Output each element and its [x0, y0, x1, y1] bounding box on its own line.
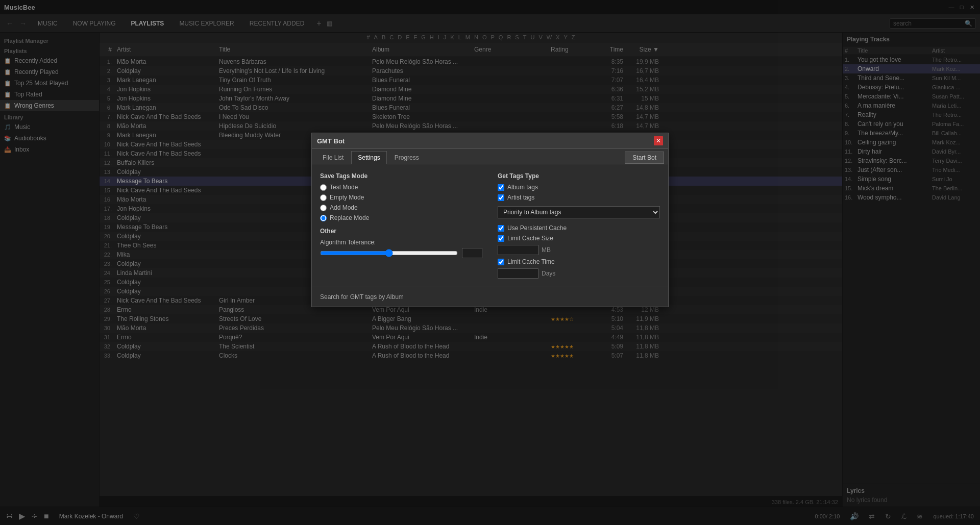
- limit-size-item: Limit Cache Size: [498, 235, 660, 242]
- artist-tags-label: Artist tags: [507, 194, 534, 201]
- limit-cache-time-label: Limit Cache Time: [507, 258, 555, 265]
- save-mode-radio-replace[interactable]: [320, 215, 327, 221]
- save-mode-label-replace: Replace Mode: [330, 214, 369, 221]
- cache-size-input[interactable]: 250: [498, 245, 538, 255]
- other-label: Other: [320, 228, 482, 235]
- dialog-tabs-left: File ListSettingsProgress: [316, 151, 426, 164]
- save-tags-label: Save Tags Mode: [320, 172, 482, 180]
- save-mode-radio-test[interactable]: [320, 184, 327, 191]
- cache-time-unit: Days: [542, 270, 555, 277]
- save-mode-test: Test Mode: [320, 184, 482, 191]
- dialog-close-button[interactable]: ✕: [654, 136, 663, 145]
- dialog-tab-settings[interactable]: Settings: [351, 151, 386, 164]
- algo-slider[interactable]: [320, 249, 458, 257]
- limit-cache-size-checkbox[interactable]: [498, 235, 504, 242]
- dialog-tab-progress[interactable]: Progress: [388, 151, 426, 164]
- save-mode-options: Test Mode Empty Mode Add Mode Replace Mo…: [320, 184, 482, 221]
- priority-dropdown[interactable]: Priority to Album tags Priority to Artis…: [498, 206, 660, 218]
- start-bot-button[interactable]: Start Bot: [625, 152, 664, 164]
- gmt-bot-dialog: GMT Bot ✕ File ListSettingsProgress Star…: [311, 133, 669, 307]
- dialog-title: GMT Bot: [317, 137, 345, 145]
- dialog-two-col: Save Tags Mode Test Mode Empty Mode Add …: [320, 172, 660, 279]
- dialog-tabs-bar: File ListSettingsProgress Start Bot: [312, 149, 668, 164]
- cache-size-unit: MB: [542, 246, 551, 254]
- use-cache-label: Use Persistent Cache: [507, 224, 567, 232]
- dialog-footer: Search for GMT tags by Album: [312, 287, 668, 307]
- algo-row: 5: [320, 248, 482, 258]
- cache-time-row: 30 Days: [498, 268, 660, 279]
- save-tags-col: Save Tags Mode Test Mode Empty Mode Add …: [320, 172, 482, 279]
- save-mode-replace: Replace Mode: [320, 214, 482, 221]
- limit-time-item: Limit Cache Time: [498, 258, 660, 265]
- save-mode-label-empty: Empty Mode: [330, 194, 364, 201]
- dialog-footer-text: Search for GMT tags by Album: [320, 293, 404, 301]
- limit-cache-time-checkbox[interactable]: [498, 259, 504, 265]
- album-tags-checkbox[interactable]: [498, 184, 504, 191]
- artist-tags-checkbox[interactable]: [498, 194, 504, 201]
- use-cache-checkbox[interactable]: [498, 225, 504, 232]
- limit-cache-size-label: Limit Cache Size: [507, 235, 553, 242]
- algo-value-input[interactable]: 5: [462, 248, 482, 258]
- other-section: Other Algorithm Tolerance: 5: [320, 228, 482, 258]
- album-tags-check-item: Album tags: [498, 184, 660, 191]
- album-tags-label: Album tags: [507, 184, 538, 191]
- cache-time-input[interactable]: 30: [498, 268, 538, 279]
- cache-size-row: 250 MB: [498, 245, 660, 255]
- save-mode-radio-empty[interactable]: [320, 194, 327, 201]
- get-tags-col: Get Tags Type Album tags Artist tags Pri…: [498, 172, 660, 279]
- save-mode-add: Add Mode: [320, 204, 482, 211]
- dialog-overlay: GMT Bot ✕ File ListSettingsProgress Star…: [0, 0, 980, 525]
- dialog-tab-file-list[interactable]: File List: [316, 151, 350, 164]
- save-mode-radio-add[interactable]: [320, 205, 327, 211]
- use-cache-item: Use Persistent Cache: [498, 224, 660, 232]
- dialog-titlebar: GMT Bot ✕: [312, 133, 668, 149]
- algo-label: Algorithm Tolerance:: [320, 239, 482, 246]
- cache-section: Use Persistent Cache Limit Cache Size 25…: [498, 224, 660, 279]
- save-mode-empty: Empty Mode: [320, 194, 482, 201]
- save-mode-label-test: Test Mode: [330, 184, 358, 191]
- dialog-content: Save Tags Mode Test Mode Empty Mode Add …: [312, 164, 668, 287]
- get-tags-label: Get Tags Type: [498, 172, 660, 180]
- artist-tags-check-item: Artist tags: [498, 194, 660, 201]
- save-mode-label-add: Add Mode: [330, 204, 358, 211]
